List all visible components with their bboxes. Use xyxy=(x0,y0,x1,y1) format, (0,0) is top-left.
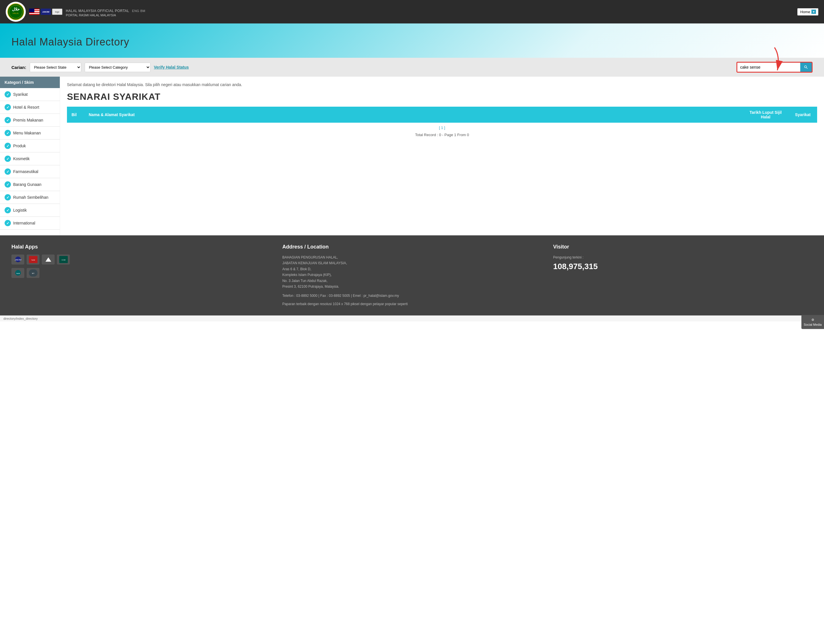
jakim-logo: JAKIM xyxy=(41,9,51,15)
main-content: Kategori / Skim Syarikat Hotel & Resort … xyxy=(0,77,824,235)
sidebar-label-rumah: Rumah Sembelihan xyxy=(13,195,48,199)
sidebar-item-premis[interactable]: Premis Makanan xyxy=(0,114,60,127)
svg-text:halal: halal xyxy=(16,273,20,274)
visitor-count: 108,975,315 xyxy=(553,262,813,271)
category-select[interactable]: Please Select Category xyxy=(85,63,151,72)
search-bar: Carian: Please Select State Please Selec… xyxy=(0,58,824,77)
sidebar-item-hotel[interactable]: Hotel & Resort xyxy=(0,101,60,114)
data-table: Bil Nama & Alamat Syarikat Tarikh Luput … xyxy=(67,107,817,140)
svg-text:JAKIM: JAKIM xyxy=(15,259,22,261)
svg-text:حلال: حلال xyxy=(12,7,20,11)
social-media-panel[interactable]: ⚙ Social Media xyxy=(801,315,824,322)
section-title: SENARAI SYARIKAT xyxy=(67,92,817,102)
sidebar: Kategori / Skim Syarikat Hotel & Resort … xyxy=(0,77,60,235)
check-icon-farmaseutikal xyxy=(5,169,11,175)
app-logo-2: halal xyxy=(27,255,40,265)
svg-text:MY: MY xyxy=(32,273,34,274)
app-logos-row2: halal MY xyxy=(11,268,271,278)
app-logo-6: MY xyxy=(27,268,40,278)
sidebar-label-international: International xyxy=(13,221,35,225)
sidebar-item-international[interactable]: International xyxy=(0,217,60,230)
header-nav: Home xyxy=(797,8,818,15)
footer-address-lines: BAHAGIAN PENGURUSAN HALAL, JABATAN KEMAJ… xyxy=(282,255,542,290)
verify-halal-button[interactable]: Verify Halal Status xyxy=(154,65,189,69)
search-label: Carian: xyxy=(11,65,26,70)
lang-indicator[interactable]: ENG BM xyxy=(132,9,145,12)
hero-title: Halal Malaysia Directory xyxy=(11,36,129,48)
svg-text:HALAL: HALAL xyxy=(12,12,19,14)
search-input[interactable] xyxy=(737,63,800,72)
table-pagination-row: [ 1 ] Total Record : 0 - Page 1 From 0 xyxy=(67,123,817,140)
check-icon-menu xyxy=(5,130,11,136)
status-bar: directory/index_directory xyxy=(0,316,824,321)
footer-apps: Halal Apps JAKIM halal xyxy=(11,244,271,307)
footer-address: Address / Location BAHAGIAN PENGURUSAN H… xyxy=(282,244,542,307)
check-icon-hotel xyxy=(5,104,11,110)
sidebar-label-premis: Premis Makanan xyxy=(13,118,43,123)
col-nama: Nama & Alamat Syarikat xyxy=(84,107,743,123)
sidebar-label-barang: Barang Gunaan xyxy=(13,182,42,187)
sidebar-label-syarikat: Syarikat xyxy=(13,92,28,97)
gear-icon: ⚙ xyxy=(812,318,814,322)
sidebar-label-kosmetik: Kosmetik xyxy=(13,156,30,161)
portal-title-block: HALAL MALAYSIA OFFICIAL PORTAL ENG BM PO… xyxy=(66,7,794,17)
app-logo-1: JAKIM xyxy=(11,255,24,265)
footer-address-title: Address / Location xyxy=(282,244,542,250)
sidebar-item-farmaseutikal[interactable]: Farmaseutikal xyxy=(0,165,60,178)
sidebar-item-produk[interactable]: Produk xyxy=(0,140,60,152)
footer-display-note: Paparan terbaik dengan resolusi 1024 x 7… xyxy=(282,301,542,307)
svg-text:CCM: CCM xyxy=(61,259,66,261)
pagination[interactable]: [ 1 ] xyxy=(67,123,817,133)
content-area: Selamat datang ke direktori Halal Malays… xyxy=(60,77,824,235)
app-logo-5: halal xyxy=(11,268,24,278)
sidebar-item-syarikat[interactable]: Syarikat xyxy=(0,88,60,101)
sidebar-label-produk: Produk xyxy=(13,144,26,148)
header: حلال HALAL JAKIM logo HALAL MALAYSIA OFF… xyxy=(0,0,824,23)
check-icon-kosmetik xyxy=(5,156,11,162)
svg-text:halal: halal xyxy=(31,259,35,261)
sidebar-item-menu[interactable]: Menu Makanan xyxy=(0,127,60,140)
sidebar-label-farmaseutikal: Farmaseutikal xyxy=(13,169,38,174)
sidebar-label-hotel: Hotel & Resort xyxy=(13,105,39,109)
sidebar-item-logistik[interactable]: Logistik xyxy=(0,204,60,217)
footer: Halal Apps JAKIM halal xyxy=(0,235,824,316)
state-select[interactable]: Please Select State xyxy=(30,63,81,72)
check-icon-premis xyxy=(5,117,11,123)
footer-visitor-label: Pengunjung terkini : xyxy=(553,255,813,260)
search-button[interactable] xyxy=(800,63,812,72)
footer-visitor: Visitor Pengunjung terkini : 108,975,315 xyxy=(553,244,813,307)
hero-banner: Halal Malaysia Directory xyxy=(0,23,824,58)
app-logo-3 xyxy=(42,255,55,265)
portal-title: HALAL MALAYSIA OFFICIAL PORTAL ENG BM xyxy=(66,7,794,14)
col-syarikat: Syarikat xyxy=(789,107,817,123)
flag-logos: JAKIM logo xyxy=(29,9,62,15)
footer-contact: Telefon : 03-8892 5000 | Fax : 03-8892 5… xyxy=(282,293,542,299)
sidebar-label-menu: Menu Makanan xyxy=(13,131,41,135)
table-header-row: Bil Nama & Alamat Syarikat Tarikh Luput … xyxy=(67,107,817,123)
col-bil: Bil xyxy=(67,107,84,123)
check-icon-syarikat xyxy=(5,91,11,98)
svg-point-0 xyxy=(8,4,24,20)
check-icon-barang xyxy=(5,181,11,188)
check-icon-international xyxy=(5,220,11,226)
search-input-container xyxy=(736,62,813,73)
malaysia-flag xyxy=(29,9,40,15)
portal-subtitle: PORTAL RASMI HALAL MALAYSIA xyxy=(66,14,794,17)
app-logos: JAKIM halal CCM xyxy=(11,255,271,265)
status-url: directory/index_directory xyxy=(3,317,38,320)
search-input-wrap xyxy=(736,62,813,73)
second-logo: logo xyxy=(52,9,62,15)
nav-select[interactable]: Home xyxy=(797,8,818,15)
nav-select-wrap[interactable]: Home xyxy=(797,8,818,15)
sidebar-item-barang[interactable]: Barang Gunaan xyxy=(0,178,60,191)
footer-visitor-title: Visitor xyxy=(553,244,813,250)
app-logo-4: CCM xyxy=(57,255,70,265)
col-tarikh: Tarikh Luput Sijil Halal xyxy=(743,107,789,123)
pagination-link[interactable]: [ 1 ] xyxy=(439,126,445,130)
search-icon xyxy=(804,65,808,69)
sidebar-item-rumah[interactable]: Rumah Sembelihan xyxy=(0,191,60,204)
sidebar-item-kosmetik[interactable]: Kosmetik xyxy=(0,152,60,165)
footer-apps-title: Halal Apps xyxy=(11,244,271,250)
sidebar-label-logistik: Logistik xyxy=(13,208,27,213)
welcome-text: Selamat datang ke direktori Halal Malays… xyxy=(67,82,817,87)
